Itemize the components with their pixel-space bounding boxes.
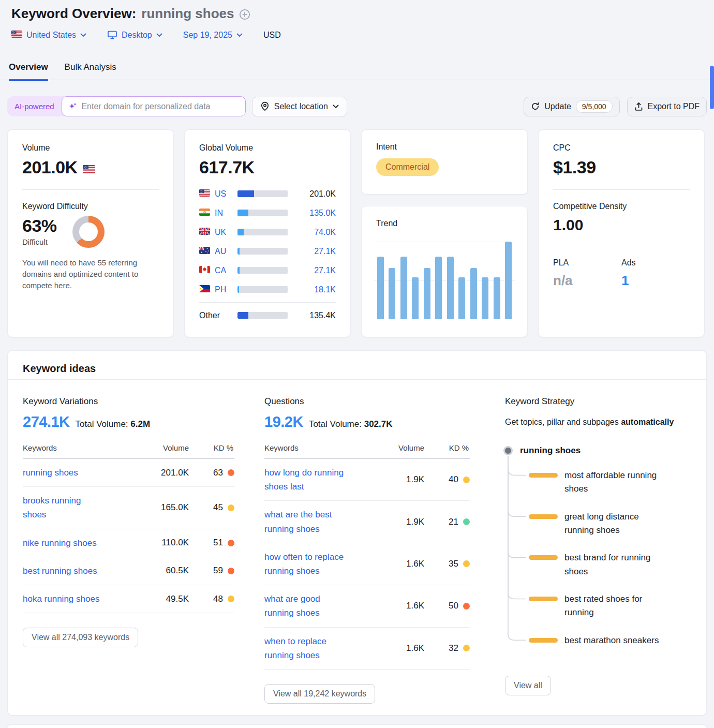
location-pin-icon (260, 101, 270, 111)
trend-bar (482, 277, 488, 319)
country-link[interactable]: AU (215, 247, 226, 256)
subtopic-pill (529, 638, 558, 643)
kd-level: Difficult (22, 237, 57, 246)
keyword-volume: 60.5K (137, 566, 189, 576)
keyword-volume: 110.0K (137, 538, 189, 548)
trend-card: Trend (361, 206, 528, 337)
keyword-link[interactable]: how long do running shoes last (264, 466, 373, 494)
keyword-link[interactable]: nike running shoes (23, 536, 137, 550)
questions-count: 19.2K (264, 413, 303, 430)
strategy-subtopic[interactable]: most affordable running shoes (505, 469, 691, 496)
strategy-subtopic[interactable]: best rated shoes for running (505, 592, 691, 620)
add-keyword-icon[interactable] (239, 9, 250, 20)
strategy-subtopic[interactable]: best brand for running shoes (505, 551, 691, 578)
refresh-icon (531, 102, 540, 111)
volume-card: Volume 201.0K Keyword Difficulty 63% Dif… (7, 129, 174, 337)
strategy-subtitle: Get topics, pillar and subpages automati… (505, 418, 691, 427)
select-location-button[interactable]: Select location (252, 97, 347, 116)
table-row: when to replace running shoes1.6K32 (264, 628, 470, 670)
keyword-kd: 21 (424, 517, 470, 527)
update-button[interactable]: Update 9/5,000 (524, 97, 619, 116)
volume-bar (237, 267, 288, 274)
cpc-value: $1.39 (553, 157, 690, 177)
subtopic-label: most affordable running shoes (564, 469, 657, 496)
country-volume[interactable]: 74.0K (288, 228, 336, 237)
kd-dot (463, 477, 470, 483)
keyword-link[interactable]: hoka running shoes (23, 592, 137, 606)
kd-donut-chart (72, 216, 105, 248)
divider (199, 302, 336, 303)
subtopic-pill (529, 473, 558, 478)
kd-dot (228, 469, 234, 476)
strategy-root-label: running shoes (520, 445, 581, 456)
country-link[interactable]: PH (215, 285, 226, 294)
table-row: what are the best running shoes1.9K21 (264, 501, 470, 543)
subtopic-pill (529, 514, 558, 519)
trend-bar (470, 268, 477, 319)
keyword-link[interactable]: what are the best running shoes (264, 508, 373, 536)
chevron-down-icon (80, 33, 86, 37)
scrollbar-thumb[interactable] (710, 66, 714, 109)
domain-input[interactable] (81, 102, 238, 111)
volume-value: 201.0K (22, 157, 159, 177)
view-all-strategy-button[interactable]: View all (505, 676, 551, 695)
ads-value[interactable]: 1 (621, 273, 690, 289)
device-filter[interactable]: Desktop (107, 30, 162, 40)
us-flag-icon (11, 31, 22, 40)
view-all-questions-button[interactable]: View all 19,242 keywords (264, 684, 375, 704)
keyword-volume: 1.9K (373, 474, 424, 485)
keyword-kd: 59 (189, 566, 234, 576)
keyword-link[interactable]: best running shoes (23, 564, 137, 578)
monitor-icon (107, 30, 117, 40)
uk-flag-icon (199, 228, 210, 237)
country-volume[interactable]: 27.1K (288, 266, 336, 275)
strategy-subtopic[interactable]: great long distance running shoes (505, 510, 691, 538)
tab-overview[interactable]: Overview (9, 61, 48, 81)
date-filter[interactable]: Sep 19, 2025 (183, 31, 243, 40)
ca-flag-icon (199, 266, 210, 275)
country-filter[interactable]: United States (11, 31, 86, 40)
view-all-variations-button[interactable]: View all 274,093 keywords (23, 628, 138, 647)
trend-bar-chart (376, 242, 513, 319)
kd-dot (463, 603, 470, 610)
country-link[interactable]: UK (215, 228, 226, 237)
keyword-link[interactable]: when to replace running shoes (264, 634, 373, 662)
sparkles-icon (69, 102, 77, 111)
trend-bar (505, 242, 512, 319)
competitive-density-label: Competitive Density (553, 202, 690, 211)
keyword-volume: 165.0K (137, 502, 189, 513)
country-volume[interactable]: 27.1K (288, 247, 336, 256)
export-pdf-button[interactable]: Export to PDF (627, 97, 707, 116)
volume-bar (237, 190, 288, 197)
country-link[interactable]: US (215, 189, 226, 199)
kd-dot (228, 568, 234, 574)
country-link[interactable]: CA (215, 266, 226, 275)
global-volume-value: 617.7K (199, 157, 336, 177)
strategy-root-node[interactable]: running shoes (505, 445, 691, 456)
keyword-link[interactable]: brooks running shoes (23, 494, 137, 522)
global-volume-card: Global Volume 617.7K US201.0KIN135.0KUK7… (184, 129, 351, 337)
keyword-difficulty-label: Keyword Difficulty (22, 202, 159, 211)
subtopic-pill (529, 597, 558, 601)
in-flag-icon (199, 209, 210, 218)
subtopic-pill (529, 555, 558, 560)
kd-description: You will need to have 55 referring domai… (22, 257, 159, 291)
keyword-link[interactable]: what are good running shoes (264, 592, 373, 620)
country-volume[interactable]: 135.0K (288, 209, 336, 218)
country-link[interactable]: IN (215, 209, 223, 218)
table-row: nike running shoes110.0K51 (23, 529, 234, 557)
table-row: brooks running shoes165.0K45 (23, 487, 234, 529)
table-row: how often to replace running shoes1.6K35 (264, 543, 470, 585)
country-volume[interactable]: 18.1K (288, 285, 336, 294)
strategy-tree: running shoes most affordable running sh… (505, 445, 691, 647)
strategy-subtopic[interactable]: best marathon sneakers (505, 634, 691, 647)
global-volume-row: UK74.0K (199, 222, 336, 242)
subtopic-label: best marathon sneakers (564, 634, 659, 647)
keyword-link[interactable]: how often to replace running shoes (264, 550, 373, 578)
keyword-link[interactable]: running shoes (23, 466, 137, 480)
tab-bulk-analysis[interactable]: Bulk Analysis (65, 61, 116, 81)
export-label: Export to PDF (648, 102, 700, 111)
kd-dot (228, 504, 234, 511)
subtopic-label: great long distance running shoes (564, 510, 639, 538)
trend-bar (400, 257, 407, 320)
